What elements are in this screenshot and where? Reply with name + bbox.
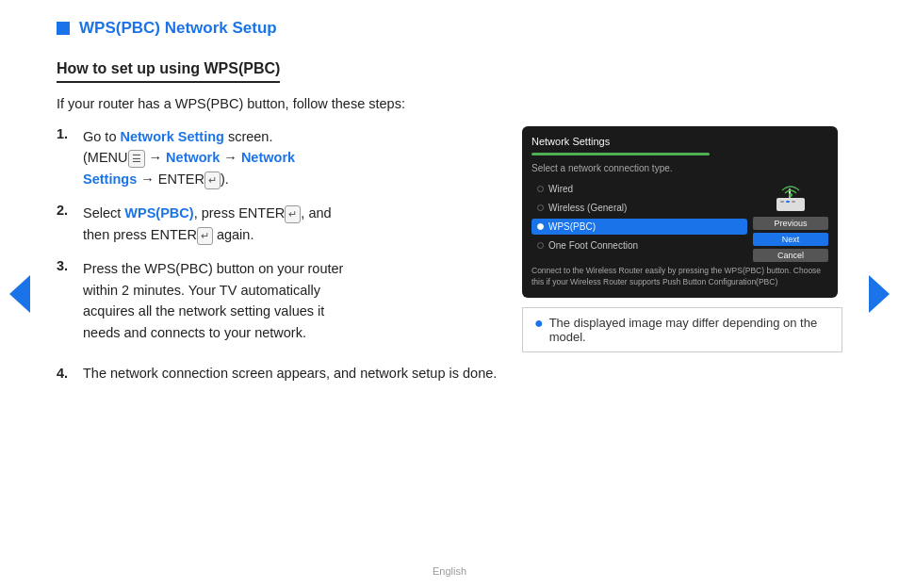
tv-description: Connect to the Wireless Router easily by… (531, 266, 828, 288)
tv-option-wired[interactable]: Wired (531, 181, 747, 197)
section-heading: How to set up using WPS(PBC) (57, 60, 280, 83)
tv-option-onefoot[interactable]: One Foot Connection (531, 237, 747, 253)
step-4-num: 4. (57, 366, 77, 381)
step-1-text: Go to Network Setting screen. (MENU☰ → N… (83, 126, 295, 189)
tv-option-wps[interactable]: WPS(PBC) (531, 219, 747, 235)
image-column: Network Settings Select a network connec… (522, 126, 842, 352)
svg-rect-3 (792, 201, 795, 203)
step-1-highlight-network: Network (166, 150, 220, 165)
tv-screen-subtitle: Select a network connection type. (531, 163, 828, 173)
tv-btn-previous[interactable]: Previous (753, 217, 828, 230)
step-4-text: The network connection screen appears, a… (83, 366, 497, 381)
tv-option-label-onefoot: One Foot Connection (548, 240, 638, 251)
step-1-num: 1. (57, 126, 77, 141)
tv-screen-title: Network Settings (531, 136, 828, 147)
step-2-num: 2. (57, 203, 77, 218)
steps-column: 1. Go to Network Setting screen. (MENU☰ … (57, 126, 499, 356)
note-box: ● The displayed image may differ dependi… (522, 307, 842, 352)
title-square (57, 22, 70, 35)
tv-option-label-wps: WPS(PBC) (548, 221, 596, 232)
tv-progress-bar (531, 153, 710, 155)
nav-arrow-right[interactable] (869, 275, 890, 313)
enter-icon-3: ↵ (197, 227, 213, 245)
enter-icon-2: ↵ (285, 205, 301, 223)
tv-option-dot-wired (537, 186, 544, 192)
router-icon (769, 181, 812, 213)
step-3: 3. Press the WPS(PBC) button on your rou… (57, 258, 499, 343)
tv-option-dot-wireless (537, 204, 544, 211)
step-2-text: Select WPS(PBC), press ENTER↵, andthen p… (83, 203, 332, 245)
tv-btn-next[interactable]: Next (753, 233, 828, 246)
menu-icon: ☰ (128, 150, 145, 168)
svg-rect-1 (780, 201, 784, 203)
svg-rect-2 (786, 201, 790, 203)
svg-point-5 (789, 193, 793, 197)
step-3-text: Press the WPS(PBC) button on your router… (83, 258, 343, 343)
tv-option-dot-onefoot (537, 242, 544, 249)
tv-options-list: Wired Wireless (General) WPS(PBC) O (531, 181, 747, 262)
note-bullet: ● (534, 316, 544, 331)
intro-text: If your router has a WPS(PBC) button, fo… (57, 96, 842, 111)
tv-content: Wired Wireless (General) WPS(PBC) O (531, 181, 828, 262)
tv-right-panel: Previous Next Cancel (753, 181, 828, 262)
page-title-bar: WPS(PBC) Network Setup (57, 19, 842, 38)
tv-btn-cancel[interactable]: Cancel (753, 249, 828, 262)
tv-buttons-group: Previous Next Cancel (753, 217, 828, 262)
enter-icon-1: ↵ (204, 172, 221, 189)
note-text: The displayed image may differ depending… (549, 316, 830, 344)
step-3-num: 3. (57, 258, 77, 273)
content-row: 1. Go to Network Setting screen. (MENU☰ … (57, 126, 842, 356)
page-title: WPS(PBC) Network Setup (79, 19, 277, 38)
tv-option-wireless[interactable]: Wireless (General) (531, 200, 747, 216)
tv-option-dot-wps (537, 223, 544, 230)
step-2: 2. Select WPS(PBC), press ENTER↵, andthe… (57, 203, 499, 245)
step-2-highlight-wps: WPS(PBC) (124, 205, 193, 220)
page-container: WPS(PBC) Network Setup How to set up usi… (0, 0, 899, 588)
nav-arrow-left[interactable] (9, 275, 30, 313)
step-4: 4. The network connection screen appears… (57, 366, 842, 381)
step-1-highlight-network-setting: Network Setting (121, 129, 224, 144)
svg-rect-0 (776, 198, 805, 211)
tv-option-label-wired: Wired (548, 184, 573, 194)
tv-option-label-wireless: Wireless (General) (548, 203, 627, 213)
step-1: 1. Go to Network Setting screen. (MENU☰ … (57, 126, 499, 189)
tv-screen-mockup: Network Settings Select a network connec… (522, 126, 838, 298)
footer: English (0, 565, 899, 577)
